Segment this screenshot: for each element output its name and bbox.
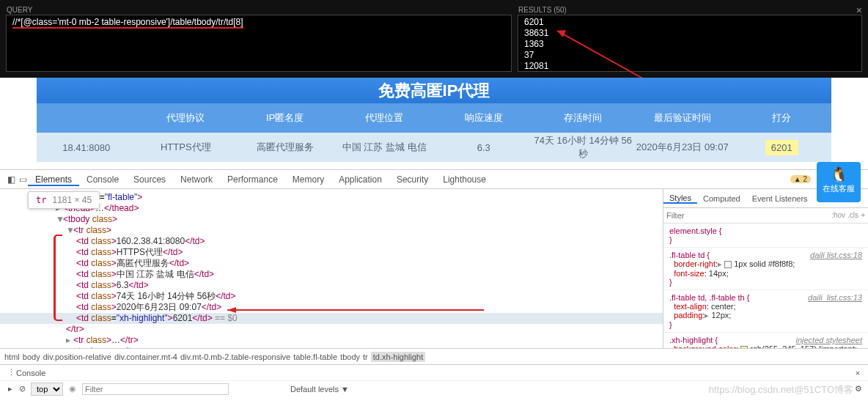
- breadcrumb-item[interactable]: tbody: [340, 353, 360, 361]
- col-header: 存活时间: [534, 111, 633, 125]
- css-rule[interactable]: daili_list.css:13.fl-table td, .fl-table…: [663, 290, 868, 333]
- console-menu-icon[interactable]: ▸: [4, 384, 16, 394]
- results-label: RESULTS (50): [518, 6, 567, 14]
- devtools-tab[interactable]: Elements: [28, 174, 79, 186]
- table-cell: 2020年6月23日 09:07: [633, 141, 732, 154]
- elements-breadcrumb[interactable]: htmlbodydiv.position-relativediv.contain…: [0, 348, 868, 364]
- results-list: 62013863113633712081: [524, 17, 856, 72]
- css-rule[interactable]: element.style {}: [663, 224, 868, 248]
- css-rule[interactable]: injected stylesheet.xh-highlight { backg…: [663, 333, 868, 348]
- table-cell: 中国 江苏 盐城 电信: [335, 141, 435, 154]
- styles-tab[interactable]: Styles: [663, 193, 697, 204]
- cls-toggle[interactable]: .cls: [847, 211, 858, 220]
- devtools-tab[interactable]: Network: [173, 174, 220, 185]
- breadcrumb-item[interactable]: html: [4, 353, 20, 361]
- close-icon[interactable]: ×: [856, 4, 862, 16]
- results-panel: RESULTS (50) 62013863113633712081: [518, 15, 862, 72]
- col-header: 代理协议: [136, 111, 236, 125]
- table-data-row: 18.41:8080HTTPS代理高匿代理服务中国 江苏 盐城 电信6.374天…: [37, 133, 831, 162]
- console-settings-icon[interactable]: ⚙: [852, 384, 864, 394]
- table-cell: 74天 16小时 14分钟 56秒: [534, 134, 633, 160]
- devtools-tab[interactable]: Lighthouse: [435, 174, 493, 185]
- col-header: 代理位置: [335, 111, 435, 125]
- support-button[interactable]: 🐧 在线客服: [817, 162, 861, 202]
- add-rule[interactable]: +: [861, 211, 865, 220]
- query-label: QUERY: [7, 6, 32, 14]
- col-header: IP匿名度: [235, 111, 335, 125]
- styles-tab[interactable]: Computed: [697, 194, 746, 203]
- breadcrumb-item[interactable]: table.fl-table: [293, 353, 337, 361]
- console-drawer-header[interactable]: ⋮ Console ×: [0, 364, 868, 380]
- table-cell: 6.3: [434, 142, 534, 153]
- breadcrumb-item[interactable]: body: [23, 353, 40, 361]
- inspect-icon[interactable]: ◧: [4, 174, 16, 185]
- watermark: https://blog.csdn.net@51CTO博客: [709, 383, 853, 396]
- devtools-panel: ◧ ▭ ElementsConsoleSourcesNetworkPerform…: [0, 169, 868, 396]
- breadcrumb-item[interactable]: td.xh-highlight: [371, 352, 426, 362]
- devtools-tab[interactable]: Sources: [126, 174, 173, 185]
- close-drawer-icon[interactable]: ×: [852, 369, 864, 377]
- log-levels[interactable]: Default levels ▼: [290, 385, 349, 394]
- xpath-query-input[interactable]: //*[@class='mt-0 mb-2 table-responsive']…: [12, 17, 505, 29]
- breadcrumb-item[interactable]: div.mt-0.mb-2.table-responsive: [180, 353, 290, 361]
- breadcrumb-item[interactable]: tr: [363, 353, 368, 361]
- elements-tree[interactable]: ▼<table class="fl-table">▸<thead>…</thea…: [0, 189, 663, 348]
- query-panel: QUERY //*[@class='mt-0 mb-2 table-respon…: [6, 15, 512, 72]
- table-cell: 6201: [732, 142, 832, 153]
- console-filter-input[interactable]: [82, 383, 229, 395]
- hov-toggle[interactable]: :hov: [831, 211, 845, 220]
- page-content: 免费高匿IP代理 🐧 在线客服 tr1181 × 45 代理协议IP匿名度代理位…: [0, 78, 868, 169]
- css-rule[interactable]: daili list.css:18.fl-table td { border-r…: [663, 248, 868, 290]
- table-header-row: 代理协议IP匿名度代理位置响应速度存活时间最后验证时间打分: [37, 103, 831, 133]
- styles-filter-input[interactable]: [666, 211, 831, 220]
- device-icon[interactable]: ▭: [16, 174, 28, 185]
- table-cell: 高匿代理服务: [235, 141, 335, 154]
- devtools-tab[interactable]: Memory: [285, 174, 331, 185]
- table-cell: 18.41:8080: [37, 142, 136, 153]
- col-header: 响应速度: [434, 111, 534, 125]
- context-select[interactable]: top: [31, 383, 63, 396]
- devtools-tab[interactable]: Security: [389, 174, 435, 185]
- devtools-tab[interactable]: Console: [79, 174, 126, 185]
- page-banner: 免费高匿IP代理: [37, 78, 831, 103]
- breadcrumb-item[interactable]: div.position-relative: [43, 353, 111, 361]
- xpath-helper-bar: http代理 https代理 免费API接口 帮助购买 登录 注册 QUERY …: [0, 0, 868, 78]
- devtools-tab[interactable]: Performance: [220, 174, 285, 185]
- devtools-tab[interactable]: Application: [331, 174, 389, 185]
- styles-panel: StylesComputedEvent Listeners» :hov .cls…: [663, 189, 868, 348]
- styles-tab[interactable]: Event Listeners: [746, 194, 814, 203]
- breadcrumb-item[interactable]: div.container.mt-4: [114, 353, 177, 361]
- col-header: 最后验证时间: [633, 111, 732, 125]
- element-tooltip: tr1181 × 45: [28, 191, 100, 209]
- warning-badge[interactable]: ▲ 2: [790, 175, 811, 183]
- clear-console-icon[interactable]: ⊘: [16, 384, 28, 394]
- devtools-tabs: ◧ ▭ ElementsConsoleSourcesNetworkPerform…: [0, 170, 868, 189]
- col-header: 打分: [732, 111, 832, 125]
- table-cell: HTTPS代理: [136, 141, 236, 154]
